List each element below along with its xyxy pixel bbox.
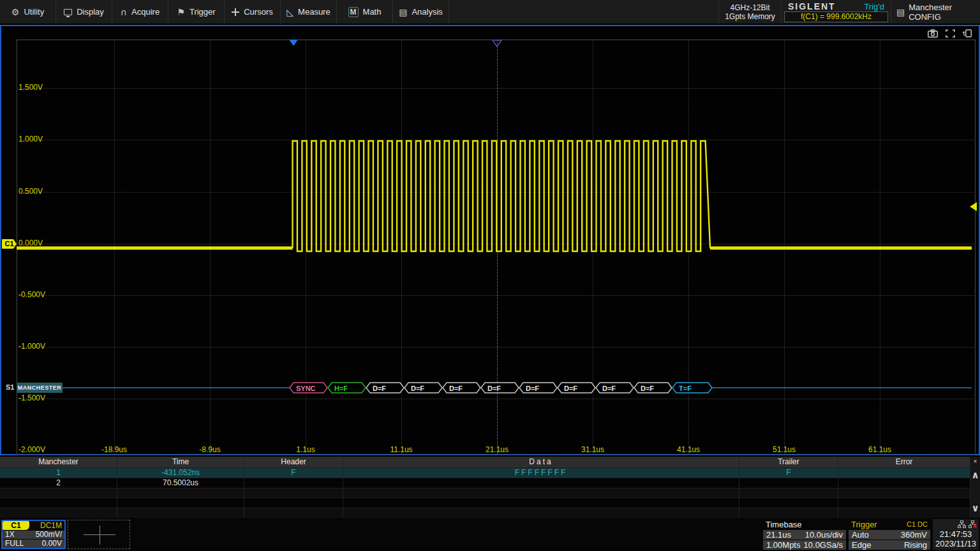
time-label: 51.1us <box>773 445 796 454</box>
table-cell <box>0 498 117 508</box>
brand-status-box: SIGLENT Trig'd f(C1) = 999.6002kHz <box>781 0 891 24</box>
table-cell <box>0 489 117 498</box>
trigger-mode: Auto <box>852 530 869 540</box>
trace-layer: SYNCH=FD=FD=FD=FD=FD=FD=FD=FD=FT=F <box>1 26 979 454</box>
table-cell <box>343 508 739 518</box>
table-cell: F <box>244 468 343 478</box>
decode-config-label: Manchester CONFIG <box>909 3 980 22</box>
decode-segment-label: D=F <box>641 385 654 392</box>
c1-waveform-trace <box>17 141 972 251</box>
decode-result-table: ManchesterTimeHeaderDataTrailerError 1-4… <box>0 457 980 518</box>
lan-disconnected-icon <box>969 520 977 529</box>
channel1-badge: C1 <box>3 521 29 530</box>
decode-config-button[interactable]: ▤ Manchester CONFIG <box>891 0 980 24</box>
scroll-up-icon[interactable]: ∧ <box>971 467 979 486</box>
ruler-icon: ◺ <box>286 8 293 17</box>
decode-segment-label: SYNC <box>296 385 316 392</box>
trigger-level-marker[interactable] <box>970 202 977 211</box>
rotate-screen-icon[interactable] <box>963 29 972 38</box>
channel1-scale: 500mV/ <box>36 531 62 539</box>
menu-trigger[interactable]: ⚑ Trigger <box>168 0 225 24</box>
memory-label: 1Gpts Memory <box>725 12 775 21</box>
clock-time: 21:47:53 <box>933 529 979 539</box>
menu-acquire-label: Acquire <box>131 7 160 17</box>
table-cell <box>739 508 838 518</box>
menu-cursors-label: Cursors <box>244 7 273 17</box>
voltage-label: 0.500V <box>19 187 43 196</box>
trigger-level: 360mV <box>901 530 927 540</box>
timebase-points: 1.00Mpts <box>766 540 800 550</box>
time-label: 1.1us <box>296 445 315 454</box>
screenshot-camera-icon[interactable] <box>928 29 938 38</box>
time-label: -8.9us <box>199 445 220 454</box>
table-cell: 70.5002us <box>117 478 244 488</box>
menu-analysis[interactable]: ▤ Analysis <box>393 0 449 24</box>
trigger-status-box[interactable]: Trigger C1 DC Auto 360mV Edge Rising <box>849 519 930 550</box>
trigger-source: C1 DC <box>907 520 928 528</box>
crosshair-icon <box>232 8 239 16</box>
clock-date: 2023/11/13 <box>933 539 979 548</box>
bandwidth-label: 4GHz-12Bit <box>730 3 769 12</box>
frequency-counter: f(C1) = 999.6002kHz <box>784 11 888 22</box>
table-close-icon[interactable]: × <box>974 457 977 467</box>
menu-display[interactable]: Display <box>56 0 112 24</box>
trigger-title: Trigger <box>851 520 877 529</box>
channel1-offset: 0.00V <box>42 540 62 548</box>
decode-segment-label: H=F <box>334 385 348 392</box>
decode-table-header: ManchesterTimeHeaderDataTrailerError <box>0 457 970 467</box>
table-column-header[interactable]: Data <box>343 457 739 467</box>
table-cell <box>343 489 739 498</box>
waveform-icon: ∩ <box>121 8 127 17</box>
channel1-status-box[interactable]: C1 DC1M 1X 500mV/ FULL 0.00V <box>1 520 66 549</box>
clock-box[interactable]: 21:47:53 2023/11/13 <box>933 519 979 550</box>
table-row[interactable] <box>0 488 970 498</box>
top-menu-bar: ⚙ Utility Display ∩ Acquire ⚑ Trigger Cu… <box>0 0 980 24</box>
bus-name-badge[interactable]: MANCHESTER <box>17 383 63 393</box>
trigger-time-marker[interactable] <box>289 40 298 46</box>
table-column-header[interactable]: Time <box>117 457 244 467</box>
waveform-display[interactable]: SYNCH=FD=FD=FD=FD=FD=FD=FD=FD=FT=F 1.500… <box>0 25 980 455</box>
table-column-header[interactable]: Error <box>838 457 970 467</box>
table-cell: -431.052ns <box>117 468 244 478</box>
table-column-header[interactable]: Trailer <box>739 457 838 467</box>
timebase-status-box[interactable]: Timebase 21.1us 10.0us/div 1.00Mpts 10.0… <box>763 519 846 550</box>
timebase-scale: 10.0us/div <box>805 530 843 540</box>
lan-icon <box>958 520 966 529</box>
table-cell <box>343 478 739 488</box>
menu-measure-label: Measure <box>298 7 330 17</box>
add-channel-slot[interactable] <box>68 520 130 549</box>
table-row[interactable]: 270.5002us <box>0 478 970 488</box>
table-row[interactable] <box>0 508 970 518</box>
table-cell <box>838 498 970 508</box>
table-cell <box>739 489 838 498</box>
trigger-status-badge: Trig'd <box>864 2 884 11</box>
hardware-info: 4GHz-12Bit 1Gpts Memory <box>718 0 781 24</box>
menu-acquire[interactable]: ∩ Acquire <box>112 0 168 24</box>
brand-logo: SIGLENT <box>788 1 836 11</box>
decode-segment-label: D=F <box>526 385 539 392</box>
table-cell <box>343 498 739 508</box>
table-cell <box>0 508 117 518</box>
scroll-down-icon[interactable]: ∨ <box>971 501 979 518</box>
voltage-label: 1.000V <box>19 135 43 143</box>
table-cell: 2 <box>0 478 117 488</box>
menu-utility[interactable]: ⚙ Utility <box>0 0 56 24</box>
decode-bus-layer: SYNCH=FD=FD=FD=FD=FD=FD=FD=FD=FT=F <box>63 383 972 393</box>
menu-measure[interactable]: ◺ Measure <box>281 0 337 24</box>
trigger-delay-marker[interactable] <box>493 40 501 47</box>
menu-cursors[interactable]: Cursors <box>225 0 281 24</box>
menu-math[interactable]: M Math <box>337 0 393 24</box>
table-row[interactable] <box>0 497 970 508</box>
fullscreen-icon[interactable] <box>946 29 955 38</box>
monitor-icon <box>64 9 72 15</box>
time-label: 21.1us <box>486 445 509 454</box>
table-column-header[interactable]: Header <box>244 457 343 467</box>
voltage-label: 0.000V <box>19 239 43 247</box>
voltage-label: -1.000V <box>19 342 45 351</box>
table-cell: 1 <box>0 468 117 478</box>
table-row[interactable]: 1-431.052nsFFFFFFFFFF <box>0 467 970 478</box>
menu-analysis-label: Analysis <box>412 7 442 17</box>
table-cell <box>244 498 343 508</box>
time-label: -18.9us <box>101 445 127 454</box>
table-column-header[interactable]: Manchester <box>0 457 117 467</box>
